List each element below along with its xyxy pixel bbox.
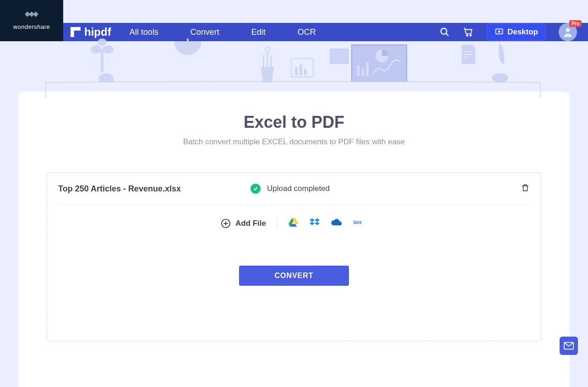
delete-file-button[interactable] <box>521 183 530 195</box>
svg-rect-26 <box>464 54 472 55</box>
dropbox-button[interactable] <box>310 218 320 229</box>
svg-point-0 <box>441 28 447 34</box>
onedrive-button[interactable] <box>331 218 343 229</box>
upload-status: Upload completed <box>250 184 330 194</box>
page-subtitle: Batch convert multiple EXCEL documents t… <box>183 137 405 147</box>
svg-rect-18 <box>304 69 307 75</box>
pro-badge: Pro <box>569 20 582 27</box>
box-button[interactable]: box <box>354 219 367 228</box>
nav-all-tools[interactable]: All tools <box>130 27 158 37</box>
google-drive-icon <box>289 218 299 227</box>
svg-rect-27 <box>464 57 469 58</box>
file-row: Top 250 Articles - Revenue.xlsx Upload c… <box>58 173 530 205</box>
product-name: hipdf <box>84 26 111 38</box>
wondershare-logo-icon <box>25 11 38 21</box>
file-name: Top 250 Articles - Revenue.xlsx <box>58 184 250 194</box>
mail-icon <box>564 342 574 350</box>
download-icon <box>495 27 504 37</box>
cart-icon[interactable] <box>463 27 474 38</box>
svg-rect-12 <box>267 52 268 67</box>
divider <box>277 218 278 229</box>
svg-rect-24 <box>366 62 369 76</box>
file-sources: Add File box <box>58 205 530 245</box>
box-icon: box <box>354 219 367 226</box>
status-text: Upload completed <box>267 184 330 193</box>
svg-point-3 <box>470 35 471 36</box>
search-icon[interactable] <box>439 27 450 38</box>
check-icon <box>250 184 261 194</box>
svg-rect-22 <box>357 65 359 76</box>
dropbox-icon <box>310 218 320 227</box>
nav-convert[interactable]: Convert <box>191 27 219 37</box>
svg-rect-11 <box>263 55 264 67</box>
svg-rect-17 <box>299 64 302 75</box>
nav-edit[interactable]: Edit <box>251 27 266 37</box>
add-file-button[interactable]: Add File <box>221 218 266 229</box>
svg-line-1 <box>446 33 449 36</box>
svg-text:box: box <box>354 220 362 225</box>
feedback-button[interactable] <box>560 337 578 355</box>
dropzone: Top 250 Articles - Revenue.xlsx Upload c… <box>47 172 541 341</box>
svg-rect-23 <box>362 69 364 76</box>
svg-point-5 <box>566 28 570 32</box>
google-drive-button[interactable] <box>289 218 299 229</box>
page-title: Excel to PDF <box>244 113 344 132</box>
svg-rect-16 <box>295 67 298 75</box>
onedrive-icon <box>331 218 343 227</box>
plus-circle-icon <box>221 218 231 229</box>
convert-button[interactable]: CONVERT <box>239 266 349 286</box>
svg-point-28 <box>492 73 508 82</box>
svg-rect-6 <box>101 49 103 72</box>
svg-rect-19 <box>330 49 349 64</box>
hipdf-logo-icon <box>71 27 81 37</box>
add-file-label: Add File <box>235 219 266 228</box>
nav-ocr[interactable]: OCR <box>298 27 316 37</box>
desktop-button-label: Desktop <box>507 27 538 37</box>
user-icon <box>562 26 574 38</box>
svg-point-14 <box>265 47 270 52</box>
decorative-banner <box>0 41 588 92</box>
svg-rect-25 <box>464 51 472 52</box>
svg-point-9 <box>98 38 107 46</box>
hipdf-logo[interactable]: hipdf <box>71 26 111 38</box>
svg-point-7 <box>91 45 102 54</box>
svg-point-8 <box>103 45 114 54</box>
main-card: Excel to PDF Batch convert multiple EXCE… <box>18 92 570 387</box>
wondershare-brand[interactable]: wondershare <box>0 0 63 41</box>
svg-point-2 <box>467 35 468 36</box>
svg-rect-13 <box>270 56 272 67</box>
brand-text: wondershare <box>13 23 50 30</box>
trash-icon <box>521 183 530 193</box>
svg-rect-10 <box>187 38 189 42</box>
